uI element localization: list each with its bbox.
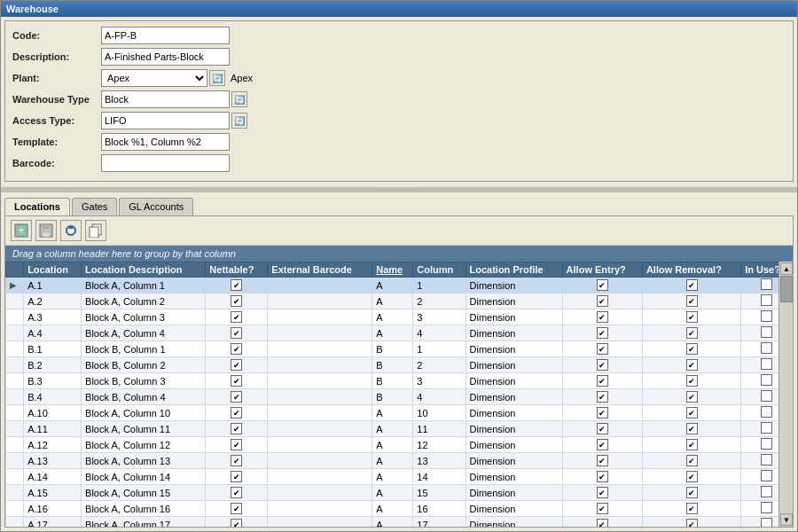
toolbar: + bbox=[5, 216, 793, 246]
access-type-label: Access Type: bbox=[12, 115, 101, 126]
table-row[interactable]: A.15Block A, Column 15✔A15Dimension✔✔ bbox=[6, 485, 793, 501]
table-row[interactable]: A.14Block A, Column 14✔A14Dimension✔✔ bbox=[6, 469, 793, 485]
grid-header-column[interactable]: Column bbox=[413, 262, 466, 278]
scrollbar[interactable]: ▲ ▼ bbox=[778, 262, 793, 527]
warehouse-type-input[interactable] bbox=[101, 90, 230, 108]
grid-header-name[interactable]: Name bbox=[372, 262, 413, 278]
plant-refresh-button[interactable]: 🔄 bbox=[209, 70, 225, 86]
table-row[interactable]: A.13Block A, Column 13✔A13Dimension✔✔ bbox=[6, 453, 793, 469]
refresh-button[interactable] bbox=[60, 220, 82, 241]
form-section: Code: Description: Plant: Apex 🔄 Apex Wa… bbox=[4, 20, 794, 182]
scroll-thumb[interactable] bbox=[780, 276, 793, 302]
add-button[interactable]: + bbox=[11, 220, 32, 241]
warehouse-type-row: Warehouse Type 🔄 bbox=[12, 90, 786, 108]
svg-text:+: + bbox=[18, 224, 24, 237]
description-row: Description: bbox=[12, 48, 786, 66]
table-row[interactable]: A.11Block A, Column 11✔A11Dimension✔✔ bbox=[6, 421, 793, 437]
svg-rect-3 bbox=[42, 224, 49, 229]
table-row[interactable]: B.3Block B, Column 3✔B3Dimension✔✔ bbox=[6, 373, 793, 389]
svg-rect-8 bbox=[90, 227, 98, 238]
divider-dots: · · · · · bbox=[382, 186, 416, 194]
warehouse-type-refresh-button[interactable]: 🔄 bbox=[231, 91, 247, 107]
code-row: Code: bbox=[12, 27, 786, 44]
grid-body: ▶A.1Block A, Column 1✔A1Dimension✔✔A.2Bl… bbox=[6, 278, 793, 528]
description-label: Description: bbox=[12, 51, 101, 62]
table-row[interactable]: A.17Block A, Column 17✔A17Dimension✔✔ bbox=[6, 517, 793, 528]
grid-header-nettable[interactable]: Nettable? bbox=[206, 262, 268, 278]
access-type-input[interactable] bbox=[101, 112, 230, 129]
scroll-down-arrow[interactable]: ▼ bbox=[780, 513, 793, 526]
barcode-label: Barcode: bbox=[12, 158, 101, 168]
grid-header-allow_removal[interactable]: Allow Removal? bbox=[642, 262, 740, 278]
warehouse-type-container: 🔄 bbox=[101, 90, 247, 108]
barcode-row: Barcode: bbox=[12, 154, 786, 172]
grid-header-loc_profile[interactable]: Location Profile bbox=[466, 262, 562, 278]
access-type-refresh-button[interactable]: 🔄 bbox=[231, 113, 247, 129]
plant-label: Plant: bbox=[12, 73, 101, 83]
access-type-container: 🔄 bbox=[101, 112, 247, 129]
template-row: Template: bbox=[12, 133, 786, 151]
tab-content: + Drag a column header here to group by … bbox=[4, 215, 794, 528]
grid-header-location[interactable]: Location bbox=[24, 262, 82, 278]
tab-gl_accounts[interactable]: GL Accounts bbox=[119, 198, 193, 215]
plant-extra: Apex bbox=[231, 73, 253, 83]
drag-hint: Drag a column header here to group by th… bbox=[5, 246, 793, 262]
scroll-up-arrow[interactable]: ▲ bbox=[780, 262, 793, 275]
access-type-row: Access Type: 🔄 bbox=[12, 112, 786, 129]
tab-locations[interactable]: Locations bbox=[4, 198, 70, 215]
window-title: Warehouse bbox=[1, 1, 797, 17]
plant-select[interactable]: Apex bbox=[101, 69, 207, 87]
main-window: Warehouse Code: Description: Plant: Apex… bbox=[0, 0, 798, 532]
grid-header-indicator[interactable] bbox=[6, 262, 24, 278]
tab-gates[interactable]: Gates bbox=[72, 198, 117, 215]
grid-container[interactable]: LocationLocation DescriptionNettable?Ext… bbox=[5, 262, 793, 527]
table-row[interactable]: A.10Block A, Column 10✔A10Dimension✔✔ bbox=[6, 405, 793, 421]
table-row[interactable]: B.1Block B, Column 1✔B1Dimension✔✔ bbox=[6, 341, 793, 357]
code-label: Code: bbox=[12, 30, 101, 41]
template-label: Template: bbox=[12, 137, 101, 147]
table-row[interactable]: A.4Block A, Column 4✔A4Dimension✔✔ bbox=[6, 325, 793, 341]
table-row[interactable]: B.2Block B, Column 2✔B2Dimension✔✔ bbox=[6, 357, 793, 373]
description-input[interactable] bbox=[101, 48, 230, 66]
table-row[interactable]: A.12Block A, Column 12✔A12Dimension✔✔ bbox=[6, 437, 793, 453]
tabs-section: LocationsGatesGL Accounts + Drag a colum… bbox=[4, 198, 794, 528]
grid-header-description[interactable]: Location Description bbox=[82, 262, 206, 278]
grid-header-allow_entry[interactable]: Allow Entry? bbox=[562, 262, 642, 278]
warehouse-type-label: Warehouse Type bbox=[12, 94, 101, 105]
grid-table: LocationLocation DescriptionNettable?Ext… bbox=[5, 262, 793, 527]
table-row[interactable]: A.3Block A, Column 3✔A3Dimension✔✔ bbox=[6, 309, 793, 325]
copy-button[interactable] bbox=[85, 220, 106, 241]
table-row[interactable]: A.16Block A, Column 16✔A16Dimension✔✔ bbox=[6, 501, 793, 517]
plant-row: Plant: Apex 🔄 Apex bbox=[12, 69, 786, 87]
grid-header: LocationLocation DescriptionNettable?Ext… bbox=[6, 262, 793, 278]
template-input[interactable] bbox=[101, 133, 230, 151]
tab-bar: LocationsGatesGL Accounts bbox=[4, 198, 794, 215]
grid-header-ext_barcode[interactable]: External Barcode bbox=[268, 262, 372, 278]
svg-rect-4 bbox=[43, 232, 50, 237]
plant-select-container: Apex 🔄 Apex bbox=[101, 69, 253, 87]
table-row[interactable]: A.2Block A, Column 2✔A2Dimension✔✔ bbox=[6, 293, 793, 309]
barcode-input[interactable] bbox=[101, 154, 230, 172]
table-row[interactable]: B.4Block B, Column 4✔B4Dimension✔✔ bbox=[6, 389, 793, 405]
resize-divider[interactable]: · · · · · bbox=[1, 187, 797, 192]
code-input[interactable] bbox=[101, 27, 230, 44]
save-button[interactable] bbox=[35, 220, 57, 241]
table-row[interactable]: ▶A.1Block A, Column 1✔A1Dimension✔✔ bbox=[6, 278, 793, 293]
